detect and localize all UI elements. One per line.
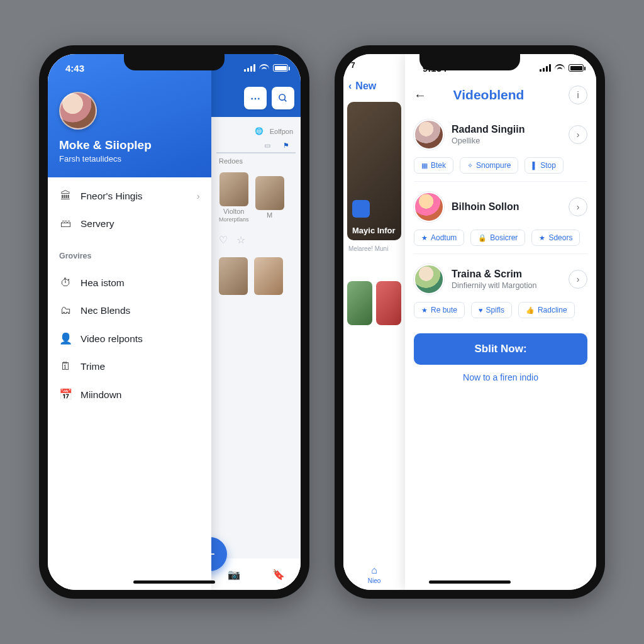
underlay-tile[interactable] (347, 281, 372, 325)
chip[interactable]: 🔒Bosicrer (470, 230, 525, 246)
search-button[interactable] (272, 87, 294, 109)
navigation-drawer: 4:43 Moke & Siioplep Farsh tetaulidecs 🏛… (48, 54, 211, 590)
person-more-button[interactable]: › (569, 125, 587, 144)
underlay-card-sub: Melaree! Muni (343, 244, 405, 253)
chip-row: ★Re bute ♥Spifls 👍Radcline (405, 297, 596, 325)
chip[interactable]: ♥Spifls (471, 302, 512, 318)
feed-tab-b[interactable]: ⚑ (283, 142, 289, 150)
chip-label: Spifls (486, 306, 504, 314)
drawer-item[interactable]: 🗓 Trime (48, 353, 211, 380)
wifi-icon (555, 64, 565, 72)
svg-point-0 (279, 94, 285, 100)
calendar-icon: 🗓 (59, 360, 72, 373)
person-sub: Dinfiernily witl Margotion (452, 281, 561, 290)
star-icon: ★ (421, 234, 428, 242)
bookmark-icon[interactable]: 🔖 (272, 569, 285, 580)
person-more-button[interactable]: › (569, 197, 587, 216)
divider (414, 253, 587, 254)
info-button[interactable]: i (569, 86, 587, 104)
status-bar-mini: 7 (343, 54, 405, 77)
heart-icon[interactable]: ♡ (219, 234, 228, 246)
more-button[interactable]: ⋯ (244, 87, 267, 109)
avatar (414, 264, 444, 294)
secondary-link[interactable]: Now to a firen indio (405, 369, 596, 386)
underlay-header: ‹ New (343, 77, 405, 98)
avatar (414, 192, 444, 222)
chip-label: Sdeors (548, 233, 572, 242)
person-row[interactable]: Bilhoin Sollon › (405, 186, 596, 225)
drawer-item-label: Hea istom (80, 277, 125, 289)
story-thumb[interactable] (255, 176, 284, 210)
chip-label: Snompure (476, 161, 511, 170)
person-row[interactable]: Traina & Scrim Dinfiernily witl Margotio… (405, 258, 596, 297)
panel-title: Videoblend (416, 87, 561, 103)
story-thumb[interactable] (219, 257, 248, 295)
person-row[interactable]: Radand Singiin Opellike › (405, 113, 596, 152)
globe-icon: 🌐 (255, 127, 264, 135)
clock-icon: ⏱ (59, 277, 72, 289)
star-icon[interactable]: ☆ (236, 234, 245, 246)
chip-row: ▦Btek ✧Snompure ▌Stop (405, 152, 596, 180)
star-icon: ★ (539, 234, 545, 242)
card-icon: 🗂 (59, 304, 72, 317)
person-name: Radand Singiin (452, 124, 561, 135)
chip[interactable]: ▦Btek (414, 157, 453, 174)
drawer-item[interactable]: ⏱ Hea istom (48, 269, 211, 297)
search-icon (278, 93, 288, 103)
chip-label: Radcline (538, 306, 567, 314)
screen-left: ⋯ 🌐 Eolfpon ▭ ⚑ Redoes Viol (48, 54, 301, 590)
chip-label: Stop (540, 161, 556, 170)
underlay-grid (347, 281, 401, 325)
person-sub: Opellike (452, 136, 561, 145)
chevron-right-icon: › (197, 191, 200, 202)
person-icon: 👤 (59, 332, 72, 345)
drawer-secondary-list: ⏱ Hea istom 🗂 Nec Blends 👤 Video relpont… (48, 264, 211, 414)
panel-header: ← Videoblend i (405, 82, 596, 113)
drawer-section-label: Grovires (48, 243, 211, 264)
avatar (414, 119, 444, 150)
phone-right: 7 ‹ New Mayic Infor Melaree! Muni ⌂ (335, 45, 605, 599)
lock-icon: 🔒 (478, 234, 487, 242)
status-bar: 9:134 (405, 54, 596, 82)
feed-column: 🌐 Eolfpon ▭ ⚑ Redoes Violton Morerptlans (211, 117, 301, 590)
back-icon[interactable]: ‹ (348, 80, 352, 92)
chip[interactable]: ✧Snompure (460, 157, 518, 174)
drawer-item-label: Miindown (80, 389, 121, 401)
chip[interactable]: ★Aodtum (414, 230, 464, 246)
chip[interactable]: ▌Stop (525, 157, 563, 174)
chip-label: Aodtum (431, 233, 457, 242)
feed-row-caption: Redoes (219, 157, 243, 165)
drawer-item-label: Trime (80, 361, 105, 372)
feed-side-label: Eolfpon (270, 128, 293, 135)
status-mini: 7 (351, 61, 355, 70)
drawer-item-label: Fneor's Hingis (80, 191, 143, 202)
status-bar: 4:43 (48, 54, 211, 82)
underlay-card-caption: Mayic Infor (352, 226, 396, 235)
drawer-item[interactable]: 👤 Video relponts (48, 325, 211, 353)
heart-icon: ♥ (479, 306, 483, 314)
person-name: Bilhoin Sollon (452, 201, 561, 213)
avatar[interactable] (59, 92, 97, 130)
person-more-button[interactable]: › (569, 270, 587, 289)
home-indicator (429, 580, 511, 584)
drawer-item[interactable]: 🏛 Fneor's Hingis › (48, 182, 211, 210)
camera-icon[interactable]: 📷 (228, 569, 240, 580)
story-thumb[interactable] (219, 172, 248, 206)
home-icon[interactable]: ⌂ (371, 565, 377, 576)
status-time: 9:134 (423, 63, 447, 74)
underlay-tabbar: ⌂ Nieo (343, 558, 405, 590)
primary-cta-button[interactable]: Sblit Now: (414, 333, 587, 365)
underlay-tab-label: Nieo (368, 577, 381, 584)
drawer-item[interactable]: 🗂 Nec Blends (48, 297, 211, 325)
chip[interactable]: 👍Radcline (518, 302, 575, 318)
drawer-item[interactable]: 🗃 Servery (48, 210, 211, 238)
chip[interactable]: ★Re bute (414, 302, 465, 318)
chip[interactable]: ★Sdeors (531, 230, 580, 246)
phone-left: ⋯ 🌐 Eolfpon ▭ ⚑ Redoes Viol (39, 45, 309, 599)
underlay-card[interactable]: Mayic Infor (347, 102, 401, 240)
story-thumb[interactable] (254, 257, 283, 295)
feed-tab-a[interactable]: ▭ (264, 142, 270, 150)
drawer-item[interactable]: 📅 Miindown (48, 380, 211, 409)
underlay-tile[interactable] (376, 281, 401, 325)
status-icons (540, 64, 584, 72)
